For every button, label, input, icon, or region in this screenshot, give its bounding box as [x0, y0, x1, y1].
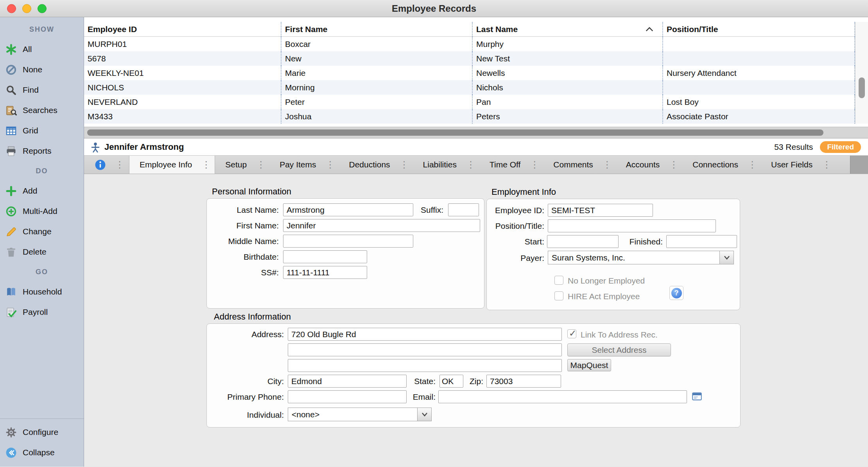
- sidebar-item-household[interactable]: Household: [0, 282, 84, 302]
- suffix-label: Suffix:: [391, 205, 443, 215]
- tab-overflow-area[interactable]: [850, 156, 868, 174]
- tab-drag-handle[interactable]: ⋮: [738, 159, 761, 170]
- sidebar-item-configure[interactable]: Configure: [0, 422, 84, 442]
- sidebar-item-none[interactable]: None: [0, 59, 84, 80]
- sidebar-item-delete[interactable]: Delete: [0, 242, 84, 262]
- hire-act-help-button[interactable]: ?: [669, 286, 683, 300]
- horizontal-scrollbar-thumb[interactable]: [87, 129, 823, 136]
- position-title-input[interactable]: [548, 219, 716, 232]
- tab-drag-handle[interactable]: ⋮: [115, 159, 124, 170]
- link-to-address-checkbox[interactable]: [567, 329, 576, 338]
- info-icon[interactable]: [94, 159, 106, 171]
- sidebar-item-all[interactable]: All: [0, 39, 84, 59]
- help-icon: ?: [671, 288, 682, 298]
- minimize-window-button[interactable]: [22, 4, 31, 13]
- hire-act-label: HIRE Act Employee: [568, 292, 640, 301]
- tab-drag-handle[interactable]: ⋮: [520, 159, 543, 170]
- chevron-down-icon[interactable]: [417, 408, 432, 421]
- employee-id-input[interactable]: [548, 204, 653, 217]
- no-longer-employed-checkbox[interactable]: [554, 276, 563, 285]
- start-date-input[interactable]: [547, 235, 619, 248]
- finished-date-input[interactable]: [666, 235, 737, 248]
- state-label: State:: [398, 377, 436, 386]
- tab-accounts[interactable]: Accounts⋮: [616, 156, 682, 174]
- tab-employee-info[interactable]: Employee Info⋮: [129, 156, 215, 174]
- address-line3-input[interactable]: [288, 359, 562, 372]
- tab-drag-handle[interactable]: ⋮: [316, 159, 339, 170]
- column-header-position-title[interactable]: Position/Title: [662, 22, 855, 36]
- payer-select[interactable]: Suran Systems, Inc.: [548, 251, 734, 264]
- sidebar-item-payroll[interactable]: Payroll: [0, 302, 84, 322]
- tab-drag-handle[interactable]: ⋮: [457, 159, 479, 170]
- sidebar-item-label: Payroll: [23, 307, 48, 317]
- employee-table: Employee ID First Name Last Name Positio…: [84, 17, 868, 124]
- zoom-window-button[interactable]: [38, 4, 47, 13]
- start-label: Start:: [487, 237, 544, 246]
- table-row[interactable]: 5678 New New Test: [84, 51, 868, 66]
- table-row[interactable]: MURPH01 Boxcar Murphy: [84, 37, 868, 51]
- suffix-input[interactable]: [448, 203, 479, 216]
- sidebar-item-searches[interactable]: Searches: [0, 100, 84, 120]
- birthdate-input[interactable]: [283, 250, 367, 263]
- chevron-down-icon[interactable]: [719, 251, 734, 264]
- table-row[interactable]: NICHOLS Morning Nichols: [84, 80, 868, 95]
- vertical-scrollbar-thumb[interactable]: [859, 77, 865, 98]
- sidebar-item-multi-add[interactable]: Multi-Add: [0, 201, 84, 221]
- sidebar-item-change[interactable]: Change: [0, 221, 84, 242]
- first-name-input[interactable]: [283, 219, 480, 232]
- tab-drag-handle[interactable]: ⋮: [247, 159, 269, 170]
- sidebar-item-label: Add: [23, 186, 37, 196]
- tab-setup[interactable]: Setup⋮: [215, 156, 269, 174]
- tab-drag-handle[interactable]: ⋮: [192, 159, 215, 170]
- middle-name-input[interactable]: [283, 235, 413, 248]
- ssn-input[interactable]: [283, 266, 367, 279]
- primary-phone-input[interactable]: [288, 390, 407, 403]
- tab-connections[interactable]: Connections⋮: [682, 156, 761, 174]
- address-line1-input[interactable]: [288, 328, 562, 341]
- tab-drag-handle[interactable]: ⋮: [812, 159, 835, 170]
- horizontal-scrollbar[interactable]: [84, 127, 868, 138]
- sidebar-section-do: DO: [0, 161, 84, 181]
- tab-drag-handle[interactable]: ⋮: [390, 159, 413, 170]
- asterisk-icon: [5, 43, 17, 56]
- column-header-last-name[interactable]: Last Name: [472, 22, 662, 36]
- vertical-scrollbar[interactable]: [855, 22, 868, 124]
- sidebar-item-label: Configure: [23, 427, 58, 437]
- tab-comments[interactable]: Comments⋮: [543, 156, 616, 174]
- sidebar-item-add[interactable]: Add: [0, 181, 84, 201]
- select-address-button[interactable]: Select Address: [567, 343, 671, 356]
- mapquest-button[interactable]: MapQuest: [567, 359, 611, 371]
- column-header-first-name[interactable]: First Name: [281, 22, 472, 36]
- sidebar-item-label: Household: [23, 287, 62, 296]
- tab-deductions[interactable]: Deductions⋮: [339, 156, 413, 174]
- table-row[interactable]: M3433 Joshua Peters Associate Pastor: [84, 109, 868, 124]
- filtered-badge[interactable]: Filtered: [820, 141, 861, 153]
- employment-info-box: Employee ID: Position/Title: Start: Fini…: [486, 199, 740, 310]
- tab-drag-handle[interactable]: ⋮: [593, 159, 616, 170]
- email-action-icon[interactable]: [692, 391, 702, 402]
- birthdate-label: Birthdate:: [207, 252, 279, 262]
- tab-drag-handle[interactable]: ⋮: [660, 159, 682, 170]
- city-input[interactable]: [288, 375, 407, 388]
- close-window-button[interactable]: [7, 4, 16, 13]
- column-header-employee-id[interactable]: Employee ID: [84, 22, 281, 36]
- address-line2-input[interactable]: [288, 343, 562, 356]
- sidebar-footer: Configure Collapse: [0, 419, 84, 467]
- last-name-label: Last Name:: [207, 205, 279, 215]
- sidebar-item-collapse[interactable]: Collapse: [0, 442, 84, 463]
- sidebar-item-grid[interactable]: Grid: [0, 120, 84, 141]
- table-row[interactable]: NEVERLAND Peter Pan Lost Boy: [84, 95, 868, 109]
- sidebar-item-reports[interactable]: Reports: [0, 141, 84, 161]
- tab-liabilities[interactable]: Liabilities⋮: [413, 156, 479, 174]
- tab-time-off[interactable]: Time Off⋮: [479, 156, 543, 174]
- sidebar-item-label: Grid: [23, 126, 38, 135]
- sidebar-item-find[interactable]: Find: [0, 80, 84, 100]
- individual-select[interactable]: <none>: [288, 408, 432, 421]
- tab-user-fields[interactable]: User Fields⋮: [761, 156, 835, 174]
- table-row[interactable]: WEEKLY-NE01 Marie Newells Nursery Attend…: [84, 66, 868, 80]
- hire-act-checkbox[interactable]: [554, 291, 563, 300]
- window-controls: [7, 4, 47, 13]
- email-input[interactable]: [438, 390, 687, 403]
- zip-input[interactable]: [486, 375, 561, 388]
- tab-pay-items[interactable]: Pay Items⋮: [269, 156, 339, 174]
